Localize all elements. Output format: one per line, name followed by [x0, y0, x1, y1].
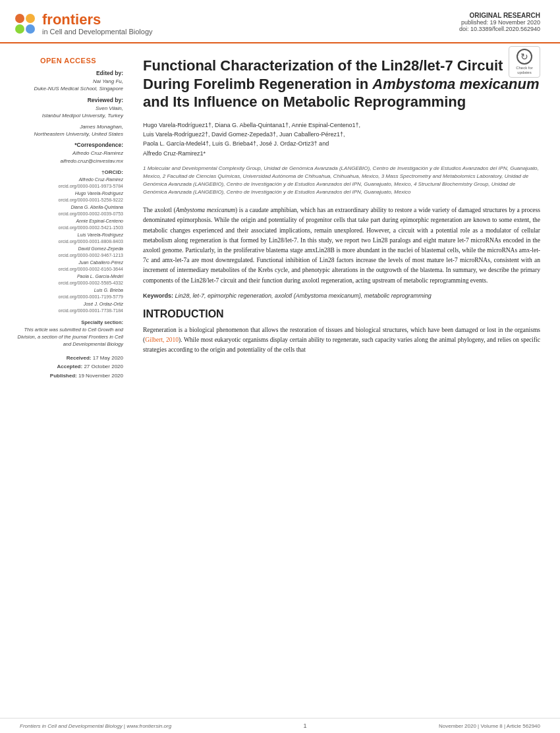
- specialty-section: Specialty section: This article was subm…: [13, 319, 123, 348]
- header: frontiers in Cell and Developmental Biol…: [0, 0, 560, 43]
- keywords-text: Lin28, let-7, epimorphic regeneration, a…: [175, 292, 432, 299]
- intro-heading: INTRODUCTION: [143, 308, 540, 320]
- main-content: OPEN ACCESS Edited by: Nai Yang Fu, Duke…: [0, 43, 560, 380]
- doi-label: doi: 10.3389/fcell.2020.562940: [459, 26, 540, 32]
- published-label: published: 19 November 2020: [459, 19, 540, 26]
- published-date-label: Published:: [50, 373, 77, 379]
- footer: Frontiers in Cell and Developmental Biol…: [0, 718, 560, 733]
- reviewed-by-label: Reviewed by:: [13, 97, 123, 103]
- specialty-text: This article was submitted to Cell Growt…: [18, 327, 124, 348]
- check-updates-label: Check for updates: [509, 66, 540, 75]
- authors: Hugo Varela-Rodríguez1†, Diana G. Abella…: [143, 121, 540, 159]
- svg-point-0: [15, 14, 24, 23]
- accepted-date: 27 October 2020: [84, 364, 123, 369]
- logo-subtitle-label: in Cell and Developmental Biology: [42, 28, 153, 36]
- frontiers-logo-icon: [13, 12, 37, 36]
- check-updates-icon: ↻: [517, 49, 532, 65]
- logo-area: frontiers in Cell and Developmental Biol…: [13, 12, 153, 36]
- reviewer2: James Monaghan, Northeastern University,…: [13, 123, 123, 138]
- footer-left: Frontiers in Cell and Developmental Biol…: [20, 723, 171, 729]
- accepted-label: Accepted:: [57, 364, 82, 369]
- footer-center: 1: [304, 722, 307, 729]
- content-area: Functional Characterization of the Lin28…: [135, 57, 540, 380]
- orig-research-label: ORIGINAL RESEARCH: [459, 12, 540, 19]
- open-access-label: OPEN ACCESS: [13, 57, 123, 65]
- abstract-text: The axolotl (Ambystoma mexicanum) is a c…: [143, 205, 540, 286]
- svg-point-1: [26, 14, 35, 23]
- svg-point-2: [15, 24, 24, 34]
- orcid-section: †ORCID: Alfredo Cruz-Ramirez orcid.org/0…: [13, 169, 123, 315]
- specialty-label: Specialty section:: [81, 319, 123, 325]
- footer-right: November 2020 | Volume 8 | Article 56294…: [439, 723, 540, 729]
- received-date: 17 May 2020: [93, 355, 123, 361]
- received-label: Received:: [67, 355, 92, 361]
- svg-point-3: [26, 24, 35, 34]
- article-title: Functional Characterization of the Lin28…: [143, 57, 540, 111]
- dates-section: Received: 17 May 2020 Accepted: 27 Octob…: [13, 354, 123, 381]
- header-right: ORIGINAL RESEARCH published: 19 November…: [459, 12, 540, 32]
- orcid-label: †ORCID:: [101, 169, 123, 175]
- correspondence-label: *Correspondence:: [13, 142, 123, 148]
- intro-text: Regeneration is a biological phenomenon …: [143, 325, 540, 356]
- keywords-label: Keywords:: [143, 292, 173, 299]
- published-date: 19 November 2020: [78, 373, 123, 379]
- check-updates-badge: ↻ Check for updates: [509, 46, 540, 78]
- logo-frontiers-label: frontiers: [42, 12, 153, 28]
- keywords: Keywords: Lin28, let-7, epimorphic regen…: [143, 292, 540, 299]
- edited-by-name: Nai Yang Fu, Duke-NUS Medical School, Si…: [13, 78, 123, 92]
- reviewer1: Sven Vilain, Istanbul Medipol University…: [13, 105, 123, 119]
- sidebar: OPEN ACCESS Edited by: Nai Yang Fu, Duke…: [13, 57, 135, 380]
- edited-by-label: Edited by:: [13, 70, 123, 76]
- page: frontiers in Cell and Developmental Biol…: [0, 0, 560, 733]
- affiliations: 1 Molecular and Developmental Complexity…: [143, 165, 540, 196]
- correspondence-info: Alfredo Cruz-Ramirez alfredo.cruz@cinves…: [13, 149, 123, 164]
- logo-text: frontiers in Cell and Developmental Biol…: [42, 12, 153, 36]
